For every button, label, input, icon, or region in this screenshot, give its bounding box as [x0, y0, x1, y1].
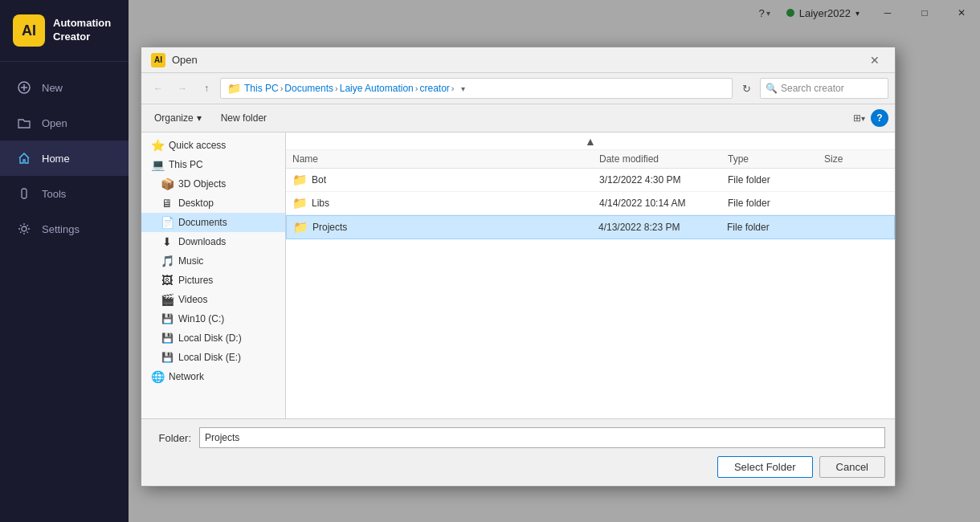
- svg-point-4: [22, 226, 27, 231]
- new-folder-button[interactable]: New folder: [214, 110, 273, 126]
- desktop-icon: 🖥: [161, 197, 174, 210]
- app-logo-icon: AI: [13, 14, 45, 47]
- file-list-header: Name Date modified Type Size: [286, 150, 895, 169]
- sidebar-item-home[interactable]: Home: [0, 141, 129, 176]
- bottom-area: Folder: Select Folder Cancel: [141, 418, 895, 486]
- videos-label: Videos: [178, 294, 207, 305]
- downloads-label: Downloads: [178, 236, 226, 247]
- col-header-size[interactable]: Size: [824, 153, 888, 165]
- toolbar-row: Organize ▾ New folder ⊞ ▾ ?: [141, 104, 895, 133]
- organize-button[interactable]: Organize ▾: [148, 110, 208, 126]
- view-toggle-button[interactable]: ⊞ ▾: [848, 108, 869, 128]
- dialog-logo-icon: AI: [151, 53, 165, 67]
- table-row[interactable]: 📁 Projects 4/13/2022 8:23 PM File folder: [286, 215, 895, 239]
- quick-access-icon: ⭐: [151, 139, 164, 152]
- file-type-libs: File folder: [728, 198, 824, 209]
- pane-item-music[interactable]: 🎵 Music: [141, 251, 285, 271]
- pane-item-pictures[interactable]: 🖼 Pictures: [141, 271, 285, 290]
- pane-item-quickaccess[interactable]: ⭐ Quick access: [141, 136, 285, 155]
- col-header-date[interactable]: Date modified: [599, 153, 728, 165]
- btn-row: Select Folder Cancel: [151, 456, 885, 478]
- folder-input[interactable]: [199, 427, 885, 448]
- left-pane: ⭐ Quick access 💻 This PC 📦 3D Objects 🖥 …: [141, 133, 286, 418]
- sidebar-item-settings[interactable]: Settings: [0, 211, 129, 247]
- pane-item-documents[interactable]: 📄 Documents: [141, 213, 285, 232]
- pane-item-videos[interactable]: 🎬 Videos: [141, 290, 285, 309]
- table-row[interactable]: 📁 Bot 3/12/2022 4:30 PM File folder: [286, 169, 895, 192]
- pane-item-downloads[interactable]: ⬇ Downloads: [141, 232, 285, 251]
- breadcrumb-creator: creator: [419, 83, 449, 94]
- breadcrumb: This PC › Documents › Laiye Automation ›…: [244, 83, 455, 94]
- dialog-title: Open: [172, 54, 864, 66]
- folder-input-row: Folder:: [151, 427, 885, 448]
- music-label: Music: [178, 255, 203, 267]
- pane-item-win10c[interactable]: 💾 Win10 (C:): [141, 309, 285, 328]
- view-options: ⊞ ▾ ?: [848, 108, 888, 128]
- pane-item-3dobjects[interactable]: 📦 3D Objects: [141, 174, 285, 194]
- cancel-button[interactable]: Cancel: [819, 456, 885, 478]
- sidebar-item-open[interactable]: Open: [0, 105, 129, 141]
- sidebar-nav: New Open Home Tools Settings: [0, 62, 129, 522]
- downloads-icon: ⬇: [161, 235, 174, 248]
- breadcrumb-documents: Documents: [284, 83, 333, 94]
- back-button[interactable]: ←: [148, 78, 169, 99]
- app-title: Automation Creator: [53, 17, 116, 44]
- file-name-projects: Projects: [312, 222, 598, 233]
- documents-label: Documents: [178, 217, 227, 228]
- sidebar-open-label: Open: [42, 117, 67, 129]
- select-folder-button[interactable]: Select Folder: [717, 456, 813, 478]
- open-dialog: AI Open ✕ ← → ↑ 📁 This PC › Documents › …: [141, 47, 896, 487]
- dialog-close-button[interactable]: ✕: [864, 50, 885, 71]
- pane-item-desktop[interactable]: 🖥 Desktop: [141, 194, 285, 213]
- pane-item-thispc[interactable]: 💻 This PC: [141, 155, 285, 174]
- file-name-bot: Bot: [312, 174, 599, 186]
- pictures-label: Pictures: [178, 275, 213, 286]
- network-icon: 🌐: [151, 370, 164, 383]
- local-d-label: Local Disk (D:): [178, 332, 242, 344]
- up-button[interactable]: ↑: [196, 78, 217, 99]
- home-icon: [16, 150, 32, 166]
- this-pc-icon: 💻: [151, 158, 164, 171]
- forward-button[interactable]: →: [172, 78, 193, 99]
- col-header-name[interactable]: Name: [292, 153, 599, 165]
- desktop-label: Desktop: [178, 198, 214, 209]
- sidebar-item-tools[interactable]: Tools: [0, 176, 129, 211]
- address-bar[interactable]: 📁 This PC › Documents › Laiye Automation…: [220, 78, 733, 99]
- file-date-libs: 4/14/2022 10:14 AM: [599, 198, 728, 209]
- file-date-bot: 3/12/2022 4:30 PM: [599, 174, 728, 186]
- new-folder-label: New folder: [221, 112, 267, 124]
- folder-label: Folder:: [151, 432, 191, 444]
- local-e-icon: 💾: [161, 351, 174, 364]
- network-label: Network: [169, 371, 204, 382]
- local-e-label: Local Disk (E:): [178, 352, 241, 363]
- refresh-button[interactable]: ↻: [736, 78, 757, 99]
- organize-label: Organize: [154, 112, 194, 124]
- 3d-objects-icon: 📦: [161, 177, 174, 190]
- folder-icon-libs: 📁: [292, 196, 307, 210]
- search-box[interactable]: 🔍 Search creator: [760, 78, 888, 99]
- col-header-type[interactable]: Type: [728, 153, 824, 165]
- music-icon: 🎵: [161, 255, 174, 267]
- address-bar-row: ← → ↑ 📁 This PC › Documents › Laiye Auto…: [141, 73, 895, 104]
- pictures-icon: 🖼: [161, 274, 174, 287]
- sidebar-item-new[interactable]: New: [0, 70, 129, 105]
- sort-arrow-up: ▲: [585, 135, 596, 148]
- file-date-projects: 4/13/2022 8:23 PM: [598, 222, 727, 233]
- right-pane: ▲ Name Date modified Type Size 📁: [286, 133, 895, 418]
- dialog-titlebar: AI Open ✕: [141, 47, 895, 73]
- win10c-label: Win10 (C:): [178, 313, 224, 324]
- pane-item-network[interactable]: 🌐 Network: [141, 367, 285, 386]
- dialog-help-icon[interactable]: ?: [871, 109, 888, 127]
- tools-icon: [16, 186, 32, 202]
- settings-icon: [16, 221, 32, 237]
- table-row[interactable]: 📁 Libs 4/14/2022 10:14 AM File folder: [286, 192, 895, 215]
- address-expand-btn[interactable]: ▾: [455, 80, 472, 97]
- pane-item-local-e[interactable]: 💾 Local Disk (E:): [141, 348, 285, 367]
- sidebar-tools-label: Tools: [42, 188, 66, 200]
- plus-icon: [16, 80, 32, 96]
- svg-rect-3: [22, 189, 27, 198]
- pane-item-local-d[interactable]: 💾 Local Disk (D:): [141, 328, 285, 348]
- organize-arrow: ▾: [197, 112, 202, 124]
- videos-icon: 🎬: [161, 293, 174, 306]
- quick-access-label: Quick access: [169, 140, 226, 151]
